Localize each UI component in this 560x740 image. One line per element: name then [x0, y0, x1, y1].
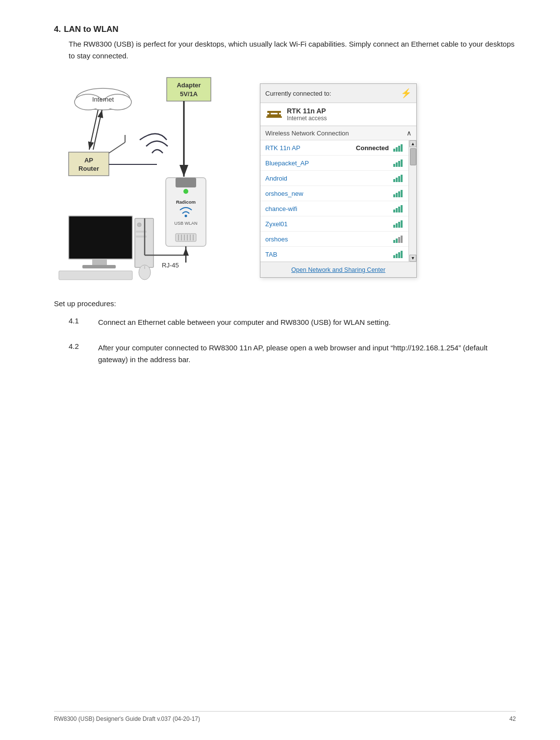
scroll-arrow-down[interactable]: ▼	[409, 255, 416, 262]
svg-point-39	[137, 223, 141, 227]
svg-rect-82	[398, 252, 400, 258]
win-footer: Open Network and Sharing Center	[260, 262, 416, 277]
win-ap-sub: Internet access	[287, 115, 327, 122]
list-item[interactable]: orshoes_new	[260, 186, 408, 201]
svg-rect-38	[135, 218, 153, 267]
svg-rect-57	[396, 162, 398, 167]
svg-text:Adapter: Adapter	[177, 81, 201, 89]
win-section-label: Wireless Network Connection	[265, 130, 349, 137]
win-network-panel: Currently connected to: ⚡ R	[260, 83, 417, 278]
open-network-link[interactable]: Open Network and Sharing Center	[291, 266, 385, 273]
svg-rect-15	[167, 78, 211, 101]
svg-text:USB WLAN: USB WLAN	[174, 221, 197, 226]
svg-rect-79	[401, 236, 403, 243]
svg-point-3	[75, 94, 102, 110]
svg-rect-19	[166, 178, 206, 246]
svg-rect-68	[393, 210, 395, 212]
signal-icon-7	[393, 250, 404, 258]
svg-rect-77	[396, 238, 398, 243]
svg-rect-69	[396, 208, 398, 212]
svg-text:Radicom: Radicom	[176, 199, 196, 205]
procedure-item-1: 4.1 Connect an Ethernet cable between yo…	[69, 317, 516, 328]
signal-icon-1	[393, 159, 404, 167]
svg-text:Internet: Internet	[92, 96, 114, 103]
list-item[interactable]: TAB	[260, 247, 408, 262]
network-name-4: chance-wifi	[265, 205, 297, 212]
connected-wifi-icon	[265, 107, 283, 121]
diagram-area: Internet AP Router	[54, 74, 516, 285]
svg-rect-71	[401, 205, 403, 212]
win-connected-section: RTK 11n AP Internet access	[260, 103, 416, 126]
svg-text:5V/1A: 5V/1A	[180, 90, 198, 98]
scroll-arrow-up[interactable]: ▲	[409, 140, 416, 147]
connected-badge-0: Connected	[356, 144, 389, 152]
svg-line-7	[89, 110, 98, 150]
svg-rect-70	[398, 207, 400, 212]
svg-rect-81	[396, 254, 398, 258]
list-item[interactable]: orshoes	[260, 232, 408, 247]
scrollbar[interactable]: ▲ ▼	[408, 140, 416, 262]
section-title: LAN to WLAN	[64, 25, 118, 34]
win-expand-icon[interactable]: ∧	[407, 129, 411, 137]
procedure-text-2: After your computer connected to RW8300 …	[98, 342, 516, 366]
page-footer: RW8300 (USB) Designer's Guide Draft v.03…	[54, 711, 516, 722]
procedure-num-1: 4.1	[69, 317, 98, 328]
procedure-item-2: 4.2 After your computer connected to RW8…	[69, 342, 516, 366]
svg-rect-9	[69, 152, 109, 176]
svg-rect-66	[398, 191, 400, 197]
section-description: The RW8300 (USB) is perfect for your des…	[69, 38, 516, 62]
svg-point-23	[185, 215, 187, 217]
svg-rect-20	[176, 178, 196, 187]
network-name-7: TAB	[265, 251, 277, 258]
win-network-list: RTK 11n AP Connected	[260, 140, 416, 262]
svg-rect-56	[393, 164, 395, 167]
network-name-1: Bluepacket_AP	[265, 159, 309, 167]
win-connected-ap-info: RTK 11n AP Internet access	[287, 107, 327, 122]
footer-right: 42	[509, 715, 516, 722]
scroll-handle[interactable]	[410, 148, 416, 165]
network-name-6: orshoes	[265, 236, 288, 243]
network-diagram: Internet AP Router	[54, 74, 245, 285]
svg-rect-58	[398, 161, 400, 167]
svg-rect-74	[398, 222, 400, 228]
svg-rect-59	[401, 159, 403, 167]
signal-icon-2	[393, 174, 404, 182]
network-name-5: Zyxel01	[265, 220, 288, 228]
list-item[interactable]: chance-wifi	[260, 201, 408, 216]
signal-icon-5	[393, 220, 404, 228]
signal-icon-6	[393, 235, 404, 243]
list-item[interactable]: Zyxel01	[260, 216, 408, 232]
svg-rect-60	[393, 179, 395, 182]
svg-rect-37	[82, 265, 116, 268]
svg-rect-83	[401, 251, 403, 258]
list-item[interactable]: Bluepacket_AP	[260, 156, 408, 171]
svg-rect-80	[393, 255, 395, 258]
procedure-num-2: 4.2	[69, 342, 98, 366]
list-item[interactable]: RTK 11n AP Connected	[260, 140, 408, 156]
signal-icon-3	[393, 189, 404, 197]
svg-point-43	[139, 265, 151, 280]
footer-left: RW8300 (USB) Designer's Guide Draft v.03…	[54, 715, 200, 722]
win-panel-header-icon: ⚡	[401, 88, 411, 99]
svg-rect-73	[396, 223, 398, 228]
win-connected-to-label: Currently connected to:	[265, 90, 331, 97]
svg-text:AP: AP	[84, 157, 93, 164]
win-section-header: Wireless Network Connection ∧	[260, 126, 416, 140]
win-panel-header: Currently connected to: ⚡	[260, 84, 416, 103]
svg-rect-40	[136, 231, 147, 233]
svg-rect-35	[69, 216, 132, 259]
svg-point-21	[183, 189, 188, 194]
svg-rect-65	[396, 193, 398, 197]
svg-rect-52	[393, 149, 395, 152]
list-item[interactable]: Android	[260, 171, 408, 186]
svg-text:RJ-45: RJ-45	[162, 262, 179, 269]
svg-rect-63	[401, 175, 403, 182]
network-name-0: RTK 11n AP	[265, 144, 300, 152]
signal-icon-0	[393, 144, 404, 152]
svg-rect-53	[396, 147, 398, 152]
procedures-intro: Set up procedures:	[54, 299, 516, 308]
section-number: 4.	[54, 25, 61, 34]
svg-point-4	[104, 94, 131, 110]
svg-rect-48	[266, 116, 282, 118]
svg-rect-67	[401, 190, 403, 197]
